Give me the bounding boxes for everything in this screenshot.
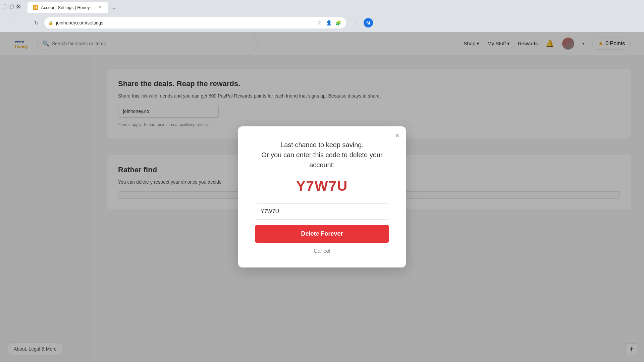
lock-icon: 🔒	[48, 20, 53, 25]
tab-title: Account Settings | Honey	[41, 5, 95, 10]
browser-chrome: – □ × H Account Settings | Honey × + ← →…	[0, 0, 644, 32]
maximize-button[interactable]: □	[9, 4, 14, 9]
settings-button[interactable]: ⋮	[352, 17, 362, 28]
address-bar-row: ← → ↻ 🔒 joinhoney.com/settings ☆ 👤 🧩 ⋮ M	[0, 13, 644, 32]
delete-account-modal: × Last chance to keep saving. Or you can…	[238, 126, 406, 267]
deletion-code-input[interactable]	[255, 203, 389, 220]
browser-right-controls: ⋮ M	[352, 17, 373, 28]
modal-close-button[interactable]: ×	[395, 132, 399, 139]
browser-profile[interactable]: M	[364, 18, 373, 27]
address-icons: ☆ 👤 🧩	[315, 19, 342, 27]
back-button[interactable]: ←	[4, 17, 15, 28]
extension-icon[interactable]: 🧩	[334, 19, 342, 27]
bookmark-icon[interactable]: ☆	[315, 19, 323, 27]
close-button[interactable]: ×	[16, 4, 21, 9]
profile-icon[interactable]: 👤	[325, 19, 333, 27]
title-bar: – □ × H Account Settings | Honey × +	[0, 0, 644, 13]
url-display: joinhoney.com/settings	[56, 20, 313, 25]
active-tab[interactable]: H Account Settings | Honey ×	[28, 2, 108, 13]
new-tab-button[interactable]: +	[109, 4, 119, 13]
cancel-link[interactable]: Cancel	[255, 248, 389, 254]
modal-title: Last chance to keep saving. Or you can e…	[255, 140, 389, 170]
reload-button[interactable]: ↻	[31, 17, 42, 28]
tab-bar: H Account Settings | Honey × +	[25, 0, 121, 13]
tab-favicon: H	[33, 5, 38, 10]
address-bar[interactable]: 🔒 joinhoney.com/settings ☆ 👤 🧩	[44, 17, 346, 28]
minimize-button[interactable]: –	[3, 4, 7, 9]
page-content: PayPal honey 🔍 Shop ▾ My Stuff ▾ Rewards…	[0, 32, 644, 362]
window-controls: – □ ×	[3, 4, 21, 9]
modal-overlay: × Last chance to keep saving. Or you can…	[0, 32, 644, 362]
modal-deletion-code: Y7W7U	[255, 178, 389, 194]
delete-forever-button[interactable]: Delete Forever	[255, 225, 389, 243]
tab-close-button[interactable]: ×	[97, 5, 103, 10]
forward-button[interactable]: →	[17, 17, 28, 28]
